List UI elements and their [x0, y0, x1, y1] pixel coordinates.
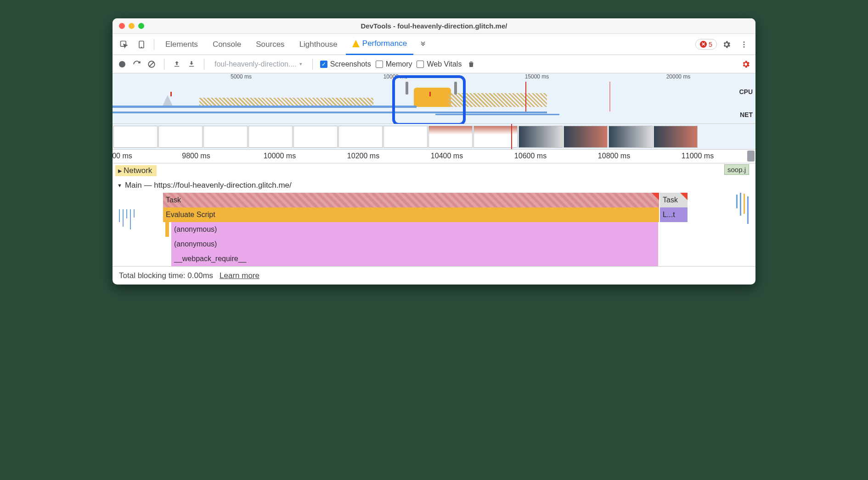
cpu-track-label: CPU: [739, 88, 753, 95]
reload-record-icon[interactable]: [132, 59, 142, 69]
inspect-element-icon[interactable]: [116, 37, 132, 52]
flame-strip[interactable]: [165, 222, 169, 237]
error-badge[interactable]: ✕ 5: [695, 39, 717, 50]
divider: [204, 59, 204, 70]
flame-layout[interactable]: L...t: [660, 207, 688, 222]
capture-settings-icon[interactable]: [741, 59, 751, 69]
svg-point-6: [119, 61, 125, 67]
detail-ruler[interactable]: 00 ms 9800 ms 10000 ms 10200 ms 10400 ms…: [113, 150, 755, 163]
ruler-tick: 10000 ms: [264, 152, 296, 160]
screenshot-thumb[interactable]: [519, 126, 563, 148]
flame-chart-area: Network soop.j Main — https://foul-heave…: [113, 163, 755, 266]
overview-playhead: [525, 82, 526, 112]
upload-icon[interactable]: [172, 59, 182, 69]
svg-line-8: [150, 62, 154, 66]
memory-label: Memory: [386, 60, 412, 68]
cpu-hatch: [199, 98, 373, 106]
screenshot-thumb[interactable]: [564, 126, 608, 148]
filmstrip-playhead: [511, 124, 512, 149]
window-title: DevTools - foul-heavenly-direction.glitc…: [113, 22, 755, 30]
overview-body: [113, 82, 733, 118]
trash-icon[interactable]: [466, 59, 476, 69]
screenshot-thumb[interactable]: [248, 126, 293, 148]
overview-marker: [170, 92, 172, 96]
main-track-label: Main — https://foul-heavenly-direction.g…: [125, 181, 292, 190]
ruler-tick: 10800 ms: [598, 152, 630, 160]
screenshot-thumb[interactable]: [203, 126, 248, 148]
network-track-label: Network: [115, 165, 157, 176]
screenshot-thumb[interactable]: [428, 126, 473, 148]
overview-marker: [429, 92, 431, 96]
overview-tick: 20000 ms: [666, 73, 691, 80]
screenshot-thumb[interactable]: [113, 126, 158, 148]
tab-console[interactable]: Console: [206, 34, 248, 55]
ruler-tick: 10400 ms: [431, 152, 463, 160]
panel-tabbar: Elements Console Sources Lighthouse Perf…: [113, 34, 755, 55]
screenshot-thumb[interactable]: [609, 126, 653, 148]
clear-icon[interactable]: [147, 59, 157, 69]
svg-rect-9: [175, 66, 180, 67]
overview-netbar: [113, 112, 547, 113]
svg-rect-10: [189, 66, 194, 67]
ruler-tick: 11000 ms: [682, 152, 714, 160]
ruler-tick: 10600 ms: [514, 152, 547, 160]
screenshot-thumb[interactable]: [293, 126, 338, 148]
flame-evaluate-script[interactable]: Evaluate Script: [163, 207, 659, 222]
range-handle-right[interactable]: [454, 82, 457, 95]
record-button[interactable]: [117, 59, 127, 69]
divider: [164, 59, 164, 70]
tab-performance[interactable]: Performance: [346, 34, 413, 55]
screenshot-thumb[interactable]: [654, 126, 698, 148]
divider: [154, 39, 154, 50]
total-blocking-time: Total blocking time: 0.00ms: [119, 271, 213, 280]
tab-performance-label: Performance: [362, 39, 407, 48]
range-handle-left[interactable]: [406, 82, 408, 95]
horizontal-scroll-thumb[interactable]: [747, 151, 755, 162]
error-icon: ✕: [700, 41, 707, 48]
timeline-overview[interactable]: 5000 ms 10000 ms 15000 ms 20000 ms CPU N…: [113, 73, 755, 124]
tab-lighthouse[interactable]: Lighthouse: [293, 34, 344, 55]
kebab-menu-icon[interactable]: [736, 37, 752, 52]
svg-point-4: [744, 44, 745, 45]
device-toolbar-icon[interactable]: [134, 37, 149, 52]
overview-netbar2: [435, 114, 559, 115]
flame-right-sparks: [734, 193, 753, 266]
filmstrip[interactable]: [113, 124, 755, 150]
main-track-header[interactable]: Main — https://foul-heavenly-direction.g…: [113, 178, 755, 193]
svg-point-5: [744, 46, 745, 47]
tab-elements[interactable]: Elements: [159, 34, 204, 55]
more-tabs-icon[interactable]: [415, 37, 431, 52]
cpu-hatch: [448, 93, 547, 107]
net-track-label: NET: [740, 111, 753, 118]
settings-icon[interactable]: [719, 37, 734, 52]
long-task-marker-icon: [680, 193, 688, 200]
ruler-tick: 9800 ms: [182, 152, 210, 160]
network-track-header[interactable]: Network soop.j: [113, 163, 755, 178]
screenshots-checkbox[interactable]: ✓Screenshots: [320, 60, 371, 68]
frame-sparks: [119, 207, 135, 266]
performance-footer: Total blocking time: 0.00ms Learn more: [113, 266, 755, 285]
download-icon[interactable]: [186, 59, 197, 69]
screenshot-thumb[interactable]: [338, 126, 383, 148]
flame-anonymous[interactable]: (anonymous): [171, 222, 658, 237]
flame-webpack-require[interactable]: __webpack_require__: [171, 251, 658, 266]
flame-task[interactable]: Task: [163, 193, 659, 207]
flame-chart[interactable]: Task Task Evaluate Script L...t (anonymo…: [113, 193, 755, 266]
overview-bluebar: [113, 106, 417, 108]
tab-sources[interactable]: Sources: [249, 34, 291, 55]
screenshot-thumb[interactable]: [158, 126, 203, 148]
screenshot-thumb[interactable]: [383, 126, 428, 148]
memory-checkbox[interactable]: Memory: [376, 60, 412, 68]
devtools-window: DevTools - foul-heavenly-direction.glitc…: [113, 18, 755, 285]
performance-toolbar: foul-heavenly-direction.... ✓Screenshots…: [113, 55, 755, 73]
flame-anonymous[interactable]: (anonymous): [171, 237, 658, 251]
learn-more-link[interactable]: Learn more: [220, 271, 259, 280]
ruler-tick: 00 ms: [113, 152, 132, 160]
network-item[interactable]: soop.j: [724, 164, 749, 175]
webvitals-checkbox[interactable]: Web Vitals: [417, 60, 462, 68]
page-selector[interactable]: foul-heavenly-direction....: [212, 60, 305, 68]
titlebar: DevTools - foul-heavenly-direction.glitc…: [113, 18, 755, 34]
webvitals-label: Web Vitals: [427, 60, 462, 68]
ruler-tick: 10200 ms: [347, 152, 379, 160]
flame-task[interactable]: Task: [660, 193, 688, 207]
